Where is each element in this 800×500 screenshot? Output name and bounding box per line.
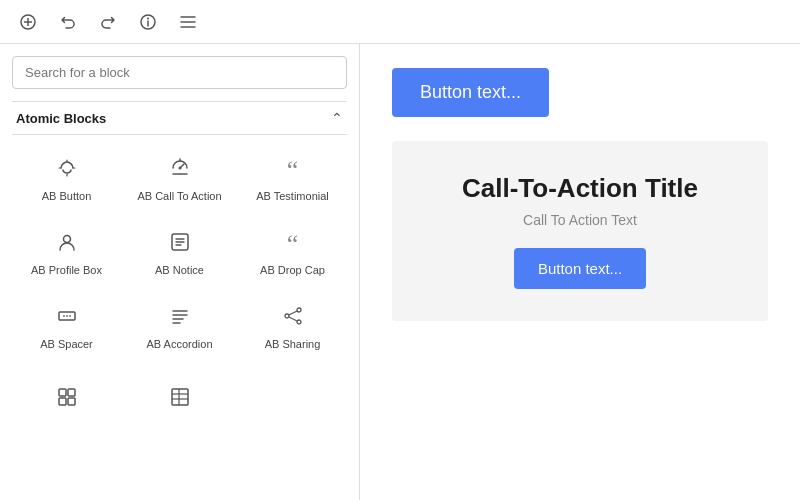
ab-notice-label: AB Notice [155, 263, 204, 277]
block-item-ab-button[interactable]: AB Button [12, 143, 121, 213]
ab-accordion-icon [169, 305, 191, 331]
chevron-up-icon: ⌃ [331, 110, 343, 126]
ab-notice-icon [169, 231, 191, 257]
atomic-blocks-section-header[interactable]: Atomic Blocks ⌃ [12, 101, 347, 135]
block-item-ab-spacer[interactable]: AB Spacer [12, 291, 121, 361]
ab-sharing-label: AB Sharing [265, 337, 321, 351]
info-button[interactable] [132, 6, 164, 38]
svg-line-26 [289, 311, 297, 315]
svg-point-9 [178, 166, 181, 169]
ab-profile-icon [56, 231, 78, 257]
blocks-grid: AB Button AB Call To Action “ AB Testimo… [12, 143, 347, 361]
svg-rect-29 [68, 389, 75, 396]
cta-title: Call-To-Action Title [462, 173, 698, 204]
ab-testimonial-label: AB Testimonial [256, 189, 329, 203]
top-button[interactable]: Button text... [392, 68, 549, 117]
button-text-area: Button text... [392, 68, 768, 117]
content-area: Button text... Call-To-Action Title Call… [360, 44, 800, 500]
svg-line-27 [289, 317, 297, 321]
ab-dropcap-icon: “ [287, 231, 299, 257]
section-title: Atomic Blocks [16, 111, 106, 126]
redo-button[interactable] [92, 6, 124, 38]
block-item-ab-notice[interactable]: AB Notice [125, 217, 234, 287]
block-item-ab-drop-cap[interactable]: “ AB Drop Cap [238, 217, 347, 287]
cta-box: Call-To-Action Title Call To Action Text… [392, 141, 768, 321]
block-item-layout-grid[interactable] [12, 365, 121, 435]
layout-grid-icon [56, 386, 78, 412]
table-icon [169, 386, 191, 412]
svg-rect-30 [59, 398, 66, 405]
menu-button[interactable] [172, 6, 204, 38]
ab-button-label: AB Button [42, 189, 92, 203]
ab-cta-label: AB Call To Action [137, 189, 221, 203]
svg-rect-32 [172, 389, 188, 405]
svg-rect-28 [59, 389, 66, 396]
block-item-ab-call-to-action[interactable]: AB Call To Action [125, 143, 234, 213]
svg-point-10 [63, 235, 70, 242]
block-item-ab-testimonial[interactable]: “ AB Testimonial [238, 143, 347, 213]
ab-testimonial-icon: “ [287, 157, 299, 183]
ab-button-icon [56, 157, 78, 183]
block-item-ab-sharing[interactable]: AB Sharing [238, 291, 347, 361]
search-input[interactable] [12, 56, 347, 89]
block-item-ab-accordion[interactable]: AB Accordion [125, 291, 234, 361]
main-area: Atomic Blocks ⌃ AB Button [0, 44, 800, 500]
ab-sharing-icon [282, 305, 304, 331]
blocks-grid-bottom [12, 365, 347, 435]
ab-spacer-icon [56, 305, 78, 331]
ab-dropcap-label: AB Drop Cap [260, 263, 325, 277]
undo-button[interactable] [52, 6, 84, 38]
add-block-button[interactable] [12, 6, 44, 38]
svg-rect-31 [68, 398, 75, 405]
svg-point-5 [147, 17, 149, 19]
svg-point-23 [297, 308, 301, 312]
ab-spacer-label: AB Spacer [40, 337, 93, 351]
svg-point-25 [285, 314, 289, 318]
svg-point-24 [297, 320, 301, 324]
ab-cta-icon [169, 157, 191, 183]
cta-button[interactable]: Button text... [514, 248, 646, 289]
block-item-table[interactable] [125, 365, 234, 435]
block-inserter-panel: Atomic Blocks ⌃ AB Button [0, 44, 360, 500]
cta-text: Call To Action Text [523, 212, 637, 228]
ab-accordion-label: AB Accordion [146, 337, 212, 351]
ab-profile-label: AB Profile Box [31, 263, 102, 277]
block-item-ab-profile-box[interactable]: AB Profile Box [12, 217, 121, 287]
toolbar [0, 0, 800, 44]
